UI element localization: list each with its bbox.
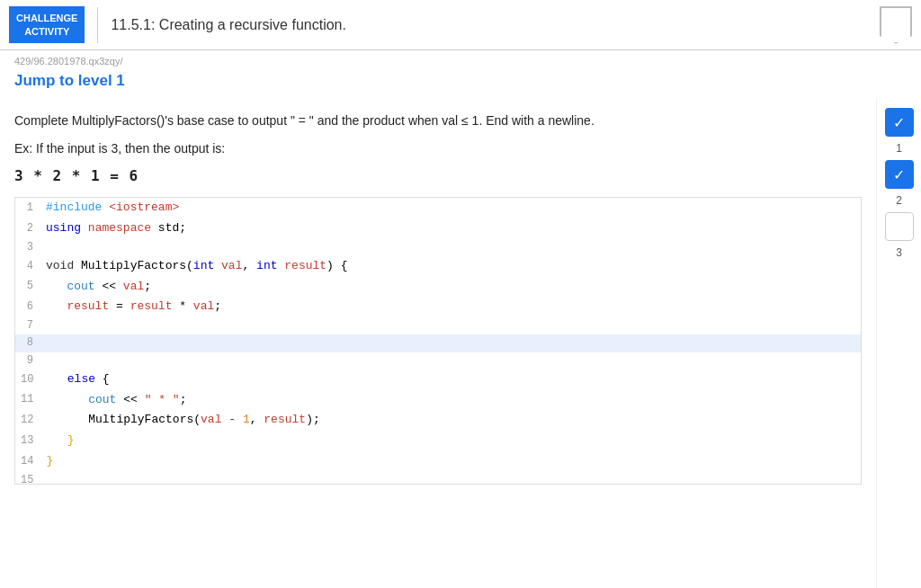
level-num-1: 1: [896, 142, 902, 155]
breadcrumb: 429/96.2801978.qx3zqy/: [0, 50, 921, 68]
code-line-4: 4 void MultiplyFactors(int val, int resu…: [15, 256, 861, 277]
code-line-1: 1 #include <iostream>: [15, 198, 861, 218]
code-line-13: 13 }: [15, 431, 861, 451]
code-line-2: 2 using namespace std;: [15, 218, 861, 239]
header-title: 11.5.1: Creating a recursive function.: [111, 17, 880, 33]
code-line-8[interactable]: 8: [15, 334, 861, 352]
code-editor[interactable]: 1 #include <iostream> 2 using namespace …: [14, 197, 862, 485]
right-sidebar: ✓ 1 ✓ 2 3: [876, 99, 921, 588]
code-line-11: 11 cout << " * ";: [15, 390, 861, 411]
code-line-14: 14 }: [15, 451, 861, 472]
header-divider: [97, 7, 98, 43]
code-line-6: 6 result = result * val;: [15, 297, 861, 317]
instruction-line-2: Ex: If the input is 3, then the output i…: [14, 139, 862, 158]
level-check-2[interactable]: ✓: [885, 160, 914, 189]
code-line-3: 3: [15, 239, 861, 256]
code-line-15: 15: [15, 472, 861, 485]
level-num-3: 3: [896, 246, 902, 259]
level-check-3[interactable]: [885, 212, 914, 241]
challenge-activity-label: CHALLENGE ACTIVITY: [9, 6, 85, 43]
main-area: Complete MultiplyFactors()'s base case t…: [0, 99, 921, 588]
content-panel: Complete MultiplyFactors()'s base case t…: [0, 99, 876, 588]
code-line-7: 7: [15, 317, 861, 334]
code-line-10: 10 else {: [15, 370, 861, 390]
code-line-12: 12 MultiplyFactors(val - 1, result);: [15, 410, 861, 431]
header: CHALLENGE ACTIVITY 11.5.1: Creating a re…: [0, 0, 921, 50]
example-output: 3 * 2 * 1 = 6: [14, 167, 862, 184]
achievement-badge: [880, 6, 912, 44]
level-check-1[interactable]: ✓: [885, 108, 914, 137]
jump-to-level-link[interactable]: Jump to level 1: [0, 68, 921, 99]
instruction-line-1: Complete MultiplyFactors()'s base case t…: [14, 111, 862, 130]
code-line-9: 9: [15, 352, 861, 370]
level-num-2: 2: [896, 194, 902, 207]
code-line-5: 5 cout << val;: [15, 277, 861, 298]
